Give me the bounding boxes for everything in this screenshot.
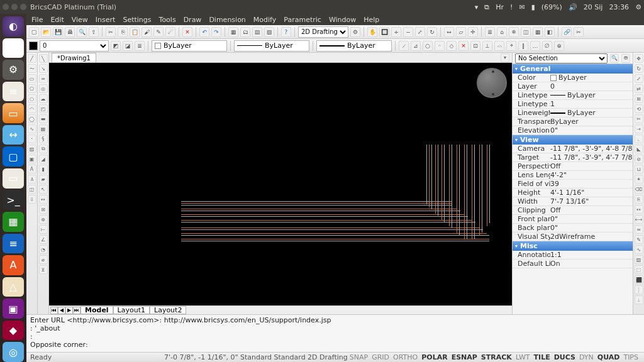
pline-tool-icon[interactable]: 〜 [28,64,36,73]
join-icon[interactable]: ⊔ [635,165,643,173]
undo-icon[interactable]: ↶ [199,27,209,37]
trim-icon[interactable]: ✂ [635,114,643,123]
status-lwt[interactable]: LWT [516,353,530,361]
prop-transp-v[interactable]: ByLayer [550,118,633,126]
launcher-calc-icon[interactable]: ▦ [3,212,24,232]
lengthen-icon[interactable]: ⟷ [635,215,643,224]
block-tool-icon[interactable]: ◫ [28,185,36,194]
diam-tool-icon[interactable]: ⌀ [39,255,48,264]
lookfrom-widget[interactable] [477,68,507,98]
brush-icon[interactable]: ✎ [153,27,164,37]
measure-icon[interactable]: ⟂ [635,295,643,304]
break-icon[interactable]: ⊘ [635,155,643,163]
block-icon[interactable]: ◧ [545,27,555,37]
selection-combo[interactable]: No Selection [515,53,608,63]
content-icon[interactable]: ▧ [264,27,274,37]
clock-time[interactable]: 23:36 [609,3,629,11]
circle-tool-icon[interactable]: ○ [28,94,36,103]
revcloud-tool-icon[interactable]: ☁ [39,94,48,103]
prop-elev-v[interactable]: 0" [550,126,633,134]
snap-ext-icon[interactable]: … [530,41,540,51]
hatch2-icon[interactable]: ▨ [635,255,643,264]
group-icon[interactable]: ⬚ [635,265,643,274]
launcher-software-icon[interactable]: A [3,255,24,275]
status-quad[interactable]: QUAD [597,353,620,361]
copy-icon[interactable]: ⎘ [118,27,128,37]
extend-icon[interactable]: → [635,124,643,133]
open-icon[interactable]: 📂 [41,27,51,37]
layer-combo[interactable]: 0 [40,40,109,52]
copy2-icon[interactable]: ⎘ [635,195,643,204]
status-ducs[interactable]: DUCS [554,353,575,361]
snap-none-icon[interactable]: ∅ [542,41,552,51]
tolerance-tool-icon[interactable]: ⊞ [39,205,48,214]
launcher-dash-icon[interactable]: ◐ [3,16,24,36]
prop-linetype-v[interactable]: ByLayer [550,91,633,99]
launcher-mixer-icon[interactable]: ≡ [3,82,24,102]
hatch-tool-icon[interactable]: ▨ [28,145,36,153]
prop-back-v[interactable]: 0" [550,224,633,232]
prop-color-v[interactable]: ByLayer [550,74,633,82]
doc-tab-drawing1[interactable]: *Drawing1 [52,53,96,62]
center-tool-icon[interactable]: ⊕ [39,215,48,224]
save-icon[interactable]: 💾 [53,27,63,37]
launcher-app3-icon[interactable]: ◎ [3,342,24,362]
dim-tool-icon[interactable]: ↔ [39,195,48,204]
prop-vstyle-v[interactable]: 2dWireframe [550,233,633,241]
delete-icon[interactable]: ✕ [182,27,192,37]
launcher-files-icon[interactable]: ▭ [3,103,24,123]
text-tool-icon[interactable]: A [28,165,36,173]
layout-icon[interactable]: ▦ [228,27,238,37]
close-window-icon[interactable] [3,4,9,10]
prop-layer-v[interactable]: 0 [550,82,633,90]
prop-width-v[interactable]: 7'-7 13/16" [550,197,633,206]
publish-icon[interactable]: ⇪ [89,27,99,37]
tab-model[interactable]: Model [80,306,113,314]
chamfer-icon[interactable]: ◣ [635,145,643,153]
layer-prev-icon[interactable]: ◪ [123,41,133,51]
tabs-prev-icon[interactable]: ◀ [58,307,65,314]
bluetooth-icon[interactable]: ⧉ [484,3,489,11]
notification-icon[interactable]: ! [510,3,513,11]
layerstate-icon[interactable]: ⌂ [497,27,507,37]
wipeout-tool-icon[interactable]: ▬ [39,114,48,123]
viewport-icon[interactable]: ◫ [521,27,531,37]
leader-tool-icon[interactable]: ↖ [39,185,48,194]
solid-tool-icon[interactable]: ▮ [39,165,48,173]
snap-near-icon[interactable]: ⌖ [506,41,516,51]
snap-node-icon[interactable]: ◦ [435,41,445,51]
zoom-window-icon[interactable]: 🔲 [379,27,389,37]
freeze-icon[interactable]: ❄ [509,27,519,37]
launcher-app2-icon[interactable]: ◆ [3,321,24,341]
radial-tool-icon[interactable]: ◔ [39,245,48,254]
menu-file[interactable]: File [31,16,43,24]
status-strack[interactable]: STRACK [481,353,512,361]
rect-tool-icon[interactable]: ▭ [28,74,36,83]
zoom-ext-icon[interactable]: ⤢ [415,27,425,37]
pan-icon[interactable]: ✋ [367,27,377,37]
launcher-settings-icon[interactable]: ⚙ [3,60,24,80]
ray-tool-icon[interactable]: ↘ [39,64,48,73]
prop-target-v[interactable]: -11 7/8", -3'-9", 4'-7 7/8" [550,153,633,162]
status-snap[interactable]: SNAP [350,353,368,361]
divide-icon[interactable]: ⋮ [635,285,643,294]
zoom-in-icon[interactable]: + [391,27,401,37]
pedit-icon[interactable]: ✎ [635,235,643,244]
trace-tool-icon[interactable]: ▰ [39,175,48,184]
attach-icon[interactable]: 🔗 [562,27,572,37]
launcher-chrome-icon[interactable]: ◉ [3,38,24,58]
baseline-tool-icon[interactable]: ⊻ [39,265,48,274]
max-window-icon[interactable] [20,4,26,10]
offset-icon[interactable]: ⟲ [635,104,643,113]
command-history[interactable]: Enter URL <http://www.bricsys.com>: http… [26,314,644,352]
layer-iso-icon[interactable]: ◩ [111,41,121,51]
stretch-icon[interactable]: ↔ [635,205,643,214]
snap-end-icon[interactable]: ⟋ [399,41,409,51]
mline-tool-icon[interactable]: ≡ [39,74,48,83]
boundary-tool-icon[interactable]: ◰ [39,104,48,113]
preview-icon[interactable]: 🔍 [77,27,87,37]
status-polar[interactable]: POLAR [421,353,447,361]
color-combo[interactable]: ByLayer [152,40,227,52]
status-ortho[interactable]: ORTHO [393,353,418,361]
menu-settings[interactable]: Settings [123,16,151,24]
